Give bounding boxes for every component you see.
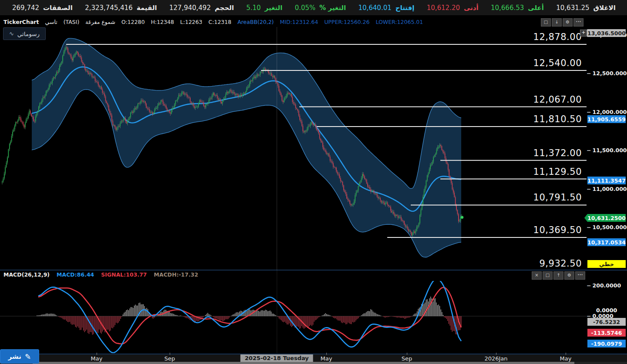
- price-level-label-6: 10,791.50: [533, 192, 582, 203]
- axis-badge: 10,631.2500: [587, 214, 626, 222]
- tickerchart-window: 269,742الصفقات2,323,745,416القيمة127,940…: [0, 0, 627, 364]
- settings-icon[interactable]: ⚙: [563, 18, 573, 27]
- bollinger-lower-line: [32, 90, 461, 257]
- time-label: Sep: [164, 355, 175, 362]
- panel-separator: [0, 270, 627, 270]
- stat-high-label: أعلى: [528, 4, 544, 12]
- price-level-label-4: 11,372.00: [533, 148, 582, 158]
- macd-title: MACD(26,12,9): [3, 271, 50, 278]
- horizontal-scrollbar-track[interactable]: [0, 362, 627, 364]
- stat-value: 2,323,745,416القيمة: [85, 4, 157, 12]
- collapse-icon[interactable]: ↑: [553, 271, 563, 280]
- close-icon[interactable]: ×: [532, 271, 542, 280]
- macd-hist-value: MACDH:-17.32: [154, 271, 198, 278]
- restore-icon[interactable]: □: [541, 18, 551, 27]
- axis-zoom-plus-button[interactable]: +: [580, 30, 587, 37]
- time-label: Sep: [402, 355, 412, 362]
- macd-value: MACD:86.44: [57, 271, 94, 278]
- macd-toolbar: ×□↑⚙•••: [532, 271, 585, 280]
- price-level-label-5: 11,129.50: [533, 167, 582, 177]
- stat-change-value: 5.10: [246, 4, 261, 12]
- stats-bar: 269,742الصفقات2,323,745,416القيمة127,940…: [0, 0, 627, 16]
- axis-badge: -76.5232: [587, 318, 626, 326]
- time-tick: [566, 353, 566, 355]
- time-label: May: [91, 355, 103, 362]
- price-level-label-8: 9,932.50: [539, 258, 582, 269]
- stat-change-pct: 0.05%التغير %: [295, 4, 346, 12]
- stat-trades-value: 269,742: [12, 4, 39, 12]
- axis-badge: -190.0979: [587, 340, 626, 347]
- stat-trades-label: الصفقات: [43, 4, 73, 12]
- candle-style-label: شموع مفرغة: [85, 19, 115, 25]
- stat-open-value: 10,640.01: [358, 4, 391, 12]
- axis-badge: 11,111.3547: [587, 177, 626, 184]
- price-tick: −11,000.0000: [587, 186, 626, 192]
- instrument-symbol: (TASI): [64, 19, 80, 25]
- stat-change-pct-value: 0.05%: [295, 4, 315, 12]
- settings-icon[interactable]: ⚙: [564, 271, 574, 280]
- main-chart-toolbar: □↓⚙•••: [541, 18, 583, 27]
- time-label: May: [321, 355, 332, 362]
- stat-low-label: أدنى: [464, 4, 479, 12]
- bb-upper-value: UPPER:12560.26: [324, 19, 369, 25]
- last-close-marker: [461, 216, 463, 219]
- scale-type-button[interactable]: خطي: [587, 260, 626, 268]
- stat-close-label: الاغلاق: [593, 4, 616, 12]
- ohlc-high: H:12348: [151, 19, 174, 25]
- crosshair-date-badge: 2025-02-18 Tuesday: [240, 354, 313, 362]
- app-name: TickerChart: [3, 19, 39, 25]
- crosshair-line: [277, 27, 277, 353]
- stat-value-label: القيمة: [137, 4, 157, 12]
- macd-signal-value: SIGNAL:103.77: [101, 271, 147, 278]
- time-tick: [97, 353, 97, 355]
- stat-close: 10,631.25الاغلاق: [556, 4, 616, 12]
- stat-low-value: 10,612.20: [427, 4, 460, 12]
- time-tick: [170, 353, 170, 355]
- bb-lower-value: LOWER:12065.01: [376, 19, 423, 25]
- price-level-label-7: 10,369.50: [533, 225, 582, 235]
- stat-open: 10,640.01إفتتاح: [358, 4, 414, 12]
- price-level-label-1: 12,540.00: [533, 58, 582, 68]
- publish-button[interactable]: نشر ✎: [0, 349, 39, 364]
- more-icon[interactable]: •••: [575, 271, 585, 280]
- ohlc-close: C:12318: [208, 19, 231, 25]
- price-level-label-3: 11,810.50: [533, 114, 582, 124]
- axis-badge: 11,905.6559: [587, 115, 626, 123]
- price-tick: −10,500.0000: [587, 224, 626, 230]
- price-tick: −11,500.0000: [587, 147, 626, 154]
- time-axis: 2025-02-18 Tuesday 2023DecMaySepMaySep20…: [0, 354, 627, 362]
- pencil-icon: ✎: [25, 352, 31, 361]
- axis-badge: 10,317.0534: [587, 238, 626, 246]
- chart-header: TickerChart تاسي (TASI) شموع مفرغة O:122…: [3, 17, 423, 26]
- time-tick: [326, 353, 327, 355]
- time-tick: [496, 353, 496, 355]
- bb-mid-value: MID:12312.64: [280, 19, 318, 25]
- ohlc-open: O:12280: [121, 19, 145, 25]
- price-level-label-0: 12,878.00: [533, 32, 582, 42]
- time-label: 2026Jan: [484, 355, 507, 362]
- publish-label: نشر: [8, 353, 21, 361]
- bollinger-band-area: [32, 38, 461, 257]
- stat-trades: 269,742الصفقات: [12, 4, 73, 12]
- stat-high: 10,666.53أعلى: [491, 4, 544, 12]
- stat-value-value: 2,323,745,416: [85, 4, 133, 12]
- stat-change-label: التغير: [265, 4, 282, 12]
- time-tick: [407, 353, 407, 355]
- indicator-name: AreaBB(20,2): [238, 19, 274, 25]
- stat-high-value: 10,666.53: [491, 4, 524, 12]
- stat-volume-value: 127,940,492: [169, 4, 211, 12]
- main-chart-canvas[interactable]: [0, 27, 587, 270]
- download-icon[interactable]: ↓: [552, 18, 562, 27]
- ohlc-low: L:12263: [180, 19, 202, 25]
- instrument-name-arabic: تاسي: [45, 19, 57, 25]
- axis-badge: 0.0000: [587, 306, 626, 314]
- horizontal-scrollbar-thumb[interactable]: [33, 362, 574, 364]
- badge-arrow: [584, 214, 587, 222]
- price-tick: −12,000.0000: [587, 109, 626, 115]
- restore-icon[interactable]: □: [543, 271, 553, 280]
- macd-tick: −200.0000: [587, 282, 626, 289]
- macd-canvas[interactable]: [0, 281, 587, 353]
- stat-volume-label: الحجم: [215, 4, 234, 12]
- time-label: May: [560, 355, 572, 362]
- more-icon[interactable]: •••: [573, 18, 583, 27]
